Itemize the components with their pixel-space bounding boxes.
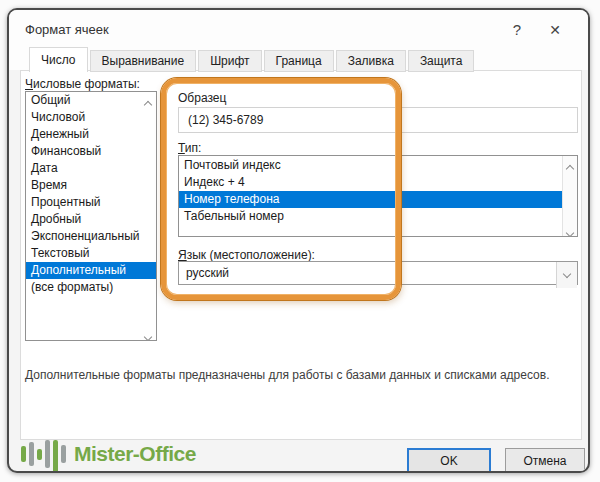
ok-button[interactable]: OK (407, 448, 491, 473)
tab-fill[interactable]: Заливка (336, 50, 406, 72)
language-value: русский (186, 262, 229, 284)
close-icon[interactable]: ✕ (542, 19, 568, 41)
tab-protection[interactable]: Защита (408, 50, 475, 72)
list-item[interactable]: Числовой (26, 109, 156, 126)
list-item[interactable]: Финансовый (26, 143, 156, 160)
language-label: Язык (местоположение): (178, 248, 315, 262)
chevron-down-icon (563, 270, 571, 278)
list-item-selected[interactable]: Дополнительный (26, 262, 156, 279)
language-combobox[interactable]: русский (178, 261, 578, 285)
type-label: Тип: (178, 141, 201, 155)
type-list-scrollbar[interactable] (562, 156, 577, 236)
scroll-down-icon[interactable] (141, 326, 155, 338)
format-description: Дополнительные форматы предназначены для… (25, 368, 577, 382)
cancel-button[interactable]: Отмена (505, 448, 585, 473)
list-item[interactable]: Экспоненциальный (26, 228, 156, 245)
tab-strip: Число Выравнивание Шрифт Граница Заливка… (29, 46, 476, 71)
scroll-down-icon[interactable] (563, 222, 577, 234)
type-item[interactable]: Индекс + 4 (179, 174, 562, 191)
list-item[interactable]: Дробный (26, 211, 156, 228)
sample-label: Образец (178, 91, 226, 105)
scroll-up-icon[interactable] (563, 158, 577, 170)
type-item[interactable]: Табельный номер (179, 208, 562, 225)
page-title: Формат ячеек (25, 22, 109, 37)
logo-text: Mister-Office (74, 442, 196, 466)
scroll-up-icon[interactable] (141, 94, 155, 106)
list-item[interactable]: Текстовый (26, 245, 156, 262)
list-item[interactable]: Время (26, 177, 156, 194)
tab-number[interactable]: Число (29, 47, 88, 72)
type-item-selected[interactable]: Номер телефона (179, 191, 562, 208)
list-item[interactable]: Дата (26, 160, 156, 177)
list-item[interactable]: (все форматы) (26, 279, 156, 296)
list-item[interactable]: Процентный (26, 194, 156, 211)
number-formats-listbox: Общий Числовой Денежный Финансовый Дата … (25, 91, 157, 341)
combo-dropdown-button (556, 262, 577, 288)
tab-font[interactable]: Шрифт (198, 50, 261, 72)
help-icon[interactable]: ? (504, 19, 530, 41)
number-tab-panel: Числовые форматы: Общий Числовой Денежны… (20, 70, 582, 440)
sample-value-field: (12) 345-6789 (178, 107, 578, 133)
list-item[interactable]: Общий (26, 92, 156, 109)
type-item[interactable]: Почтовый индекс (179, 157, 562, 174)
type-listbox: Почтовый индекс Индекс + 4 Номер телефон… (178, 155, 578, 237)
list-item[interactable]: Денежный (26, 126, 156, 143)
tab-alignment[interactable]: Выравнивание (90, 50, 197, 72)
tab-border[interactable]: Граница (264, 50, 334, 72)
format-cells-dialog: Формат ячеек ? ✕ Число Выравнивание Шриф… (7, 8, 590, 473)
number-formats-label: Числовые форматы: (25, 77, 140, 91)
